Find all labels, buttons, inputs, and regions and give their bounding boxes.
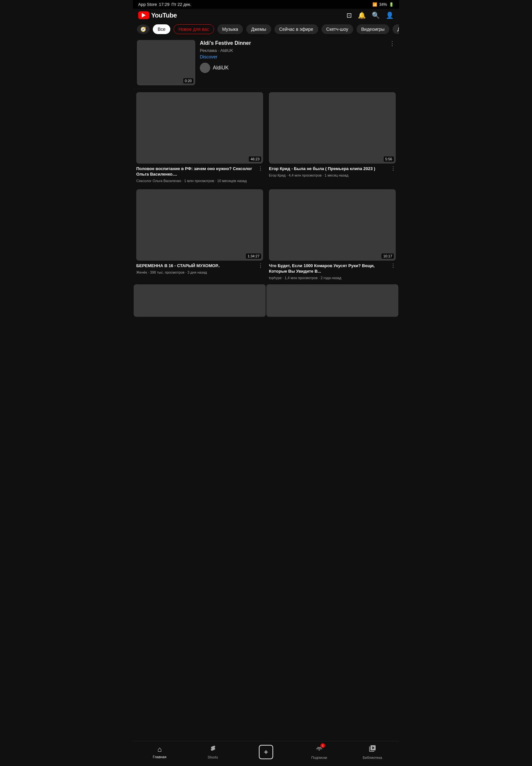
status-date: Пт 22 дек. — [171, 2, 191, 7]
search-icon[interactable]: 🔍 — [372, 11, 380, 19]
video-thumb-1: 46:23 — [136, 92, 263, 164]
battery-icon: 🔋 — [389, 2, 394, 7]
chip-home[interactable]: Дома — [393, 24, 399, 34]
chip-live[interactable]: Сейчас в эфире — [274, 24, 318, 34]
status-left: App Store 17:29 Пт 22 дек. — [138, 2, 191, 7]
logo: YouTube — [138, 11, 177, 19]
video-thumb-2: 5:56 — [269, 92, 396, 164]
logo-text: YouTube — [151, 12, 177, 19]
video-text-1: Половое воспитание в РФ: зачем оно нужно… — [136, 166, 257, 183]
ad-info: Aldi's Festive Dinner Реклама · AldiUK D… — [200, 40, 395, 85]
chip-sketch[interactable]: Скетч-шоу — [321, 24, 353, 34]
notifications-icon[interactable]: 🔔 — [358, 11, 366, 19]
chip-games[interactable]: Видеоигры — [357, 24, 390, 34]
video-more-1[interactable]: ⋮ — [258, 165, 263, 172]
video-duration-2: 5:56 — [384, 156, 394, 162]
ad-channel: AldiUK — [200, 63, 251, 73]
video-more-2[interactable]: ⋮ — [391, 165, 396, 172]
status-time: 17:29 — [159, 2, 170, 7]
video-text-4: Что Будет, Если 1000 Комаров Укусят Руки… — [269, 263, 389, 280]
battery-level: 34% — [379, 2, 387, 7]
explore-chip[interactable]: 🧭 — [137, 24, 150, 34]
categories-bar: 🧭 Все Новое для вас Музыка Джемы Сейчас … — [133, 22, 399, 37]
ad-card: 0:20 Aldi's Festive Dinner Реклама · Ald… — [133, 37, 399, 89]
video-title-3: БЕРЕМЕННА В 16 - СТАРЫЙ МУХОМОР.. — [136, 263, 220, 269]
status-right: 📶 34% 🔋 — [372, 2, 394, 7]
video-sub-3: Женёк · 398 тыс. просмотров · 3 дня наза… — [136, 270, 220, 275]
video-sub-4: tophype · 1,4 млн просмотров · 2 года на… — [269, 275, 389, 280]
video-text-3: БЕРЕМЕННА В 16 - СТАРЫЙ МУХОМОР.. Женёк … — [136, 263, 220, 275]
chip-all[interactable]: Все — [153, 24, 170, 34]
wifi-icon: 📶 — [372, 2, 377, 7]
cast-icon[interactable]: ⊡ — [346, 11, 352, 19]
video-meta-4: Что Будет, Если 1000 Комаров Укусят Руки… — [269, 263, 396, 280]
video-thumb-3: 1:34:27 — [136, 189, 263, 261]
chip-jams[interactable]: Джемы — [246, 24, 271, 34]
video-card-1[interactable]: 46:23 Половое воспитание в РФ: зачем оно… — [134, 90, 266, 186]
video-sub-2: Егор Крид · 4,4 млн просмотров · 1 месяц… — [269, 173, 375, 178]
video-card-4[interactable]: 10:17 Что Будет, Если 1000 Комаров Укуся… — [266, 187, 398, 283]
video-more-4[interactable]: ⋮ — [391, 262, 396, 269]
video-card-2[interactable]: 5:56 Егор Крид - Была не была ( Премьера… — [266, 90, 398, 186]
partial-cards — [133, 284, 399, 317]
video-more-3[interactable]: ⋮ — [258, 262, 263, 269]
ad-label: Реклама · AldiUK — [200, 48, 251, 53]
video-title-4: Что Будет, Если 1000 Комаров Укусят Руки… — [269, 263, 389, 274]
video-meta-2: Егор Крид - Была не была ( Премьера клип… — [269, 166, 396, 178]
youtube-logo-icon — [138, 11, 149, 19]
video-grid: 46:23 Половое воспитание в РФ: зачем оно… — [133, 89, 399, 284]
partial-card-left — [134, 284, 266, 317]
video-title-1: Половое воспитание в РФ: зачем оно нужно… — [136, 166, 257, 177]
ad-title: Aldi's Festive Dinner — [200, 40, 251, 47]
ad-duration: 0:20 — [183, 78, 193, 83]
video-meta-3: БЕРЕМЕННА В 16 - СТАРЫЙ МУХОМОР.. Женёк … — [136, 263, 263, 275]
video-duration-4: 10:17 — [381, 253, 394, 259]
video-card-3[interactable]: 1:34:27 БЕРЕМЕННА В 16 - СТАРЫЙ МУХОМОР.… — [134, 187, 266, 283]
video-title-2: Егор Крид - Была не была ( Премьера клип… — [269, 166, 375, 172]
ad-more-button[interactable]: ⋮ — [389, 40, 395, 47]
partial-card-right — [266, 284, 398, 317]
ad-thumbnail: 0:20 — [137, 40, 195, 85]
ad-discover-link[interactable]: Discover — [200, 54, 251, 59]
video-sub-1: Сексолог Ольга Василенко · 1 млн просмот… — [136, 178, 257, 183]
video-duration-1: 46:23 — [249, 156, 261, 162]
video-text-2: Егор Крид - Была не была ( Премьера клип… — [269, 166, 375, 178]
header: YouTube ⊡ 🔔 🔍 👤 — [133, 9, 399, 22]
video-thumb-4: 10:17 — [269, 189, 396, 261]
ad-avatar — [200, 63, 210, 73]
account-icon[interactable]: 👤 — [386, 11, 394, 19]
header-actions: ⊡ 🔔 🔍 👤 — [346, 11, 394, 19]
chip-new-for-you[interactable]: Новое для вас — [174, 24, 214, 34]
ad-channel-name: AldiUK — [213, 65, 229, 71]
video-meta-1: Половое воспитание в РФ: зачем оно нужно… — [136, 166, 263, 183]
chip-music[interactable]: Музыка — [217, 24, 243, 34]
video-duration-3: 1:34:27 — [246, 253, 261, 259]
status-bar: App Store 17:29 Пт 22 дек. 📶 34% 🔋 — [133, 0, 399, 9]
carrier: App Store — [138, 2, 157, 7]
